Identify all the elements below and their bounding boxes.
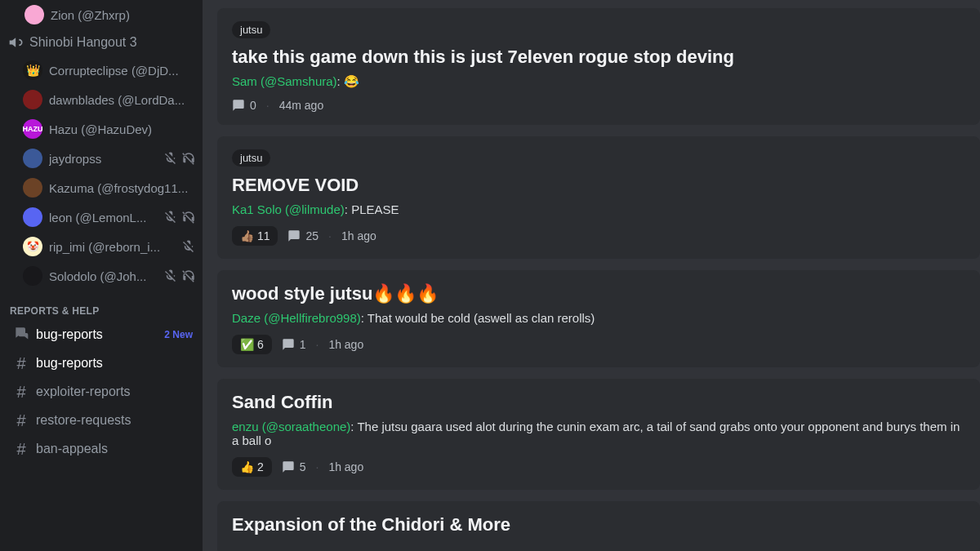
channel-name: exploiter-reports — [36, 384, 131, 399]
voice-member-list: 👑Corrupteclipse (@DjD...dawnblades (@Lor… — [0, 56, 203, 291]
voice-member[interactable]: Solodolo (@Joh... — [16, 261, 203, 291]
category-header[interactable]: REPORTS & HELP — [0, 291, 203, 320]
avatar — [24, 5, 44, 24]
voice-member-top[interactable]: Zion (@Zhxrp) — [0, 0, 203, 29]
voice-member[interactable]: jaydropss — [16, 144, 203, 173]
reaction[interactable]: ✅ 6 — [232, 335, 272, 354]
channel-name: restore-requests — [36, 413, 131, 428]
separator: · — [315, 338, 318, 351]
avatar — [23, 178, 42, 198]
avatar — [23, 149, 42, 168]
post-tag: jutsu — [232, 21, 270, 38]
mute-status-icons — [163, 210, 196, 224]
voice-member[interactable]: dawnblades (@LordDa... — [16, 85, 203, 114]
main-content: jutsutake this game down this is just 7e… — [203, 0, 980, 551]
post-title: Sand Coffin — [232, 392, 965, 413]
separator: · — [266, 99, 270, 112]
speaker-icon — [8, 34, 24, 51]
post-author: Ka1 Solo (@lilmude) — [232, 202, 345, 216]
member-label: Hazu (@HazuDev) — [49, 122, 196, 136]
channel-name: ban-appeals — [36, 442, 108, 456]
post-author: Sam (@Samshura) — [232, 74, 337, 88]
voice-member[interactable]: Kazuma (@frostydog11... — [16, 173, 203, 202]
reply-count[interactable]: 0 — [232, 99, 256, 112]
reply-count[interactable]: 25 — [287, 229, 318, 242]
forum-icon — [13, 325, 29, 344]
channel-restore-requests[interactable]: #restore-requests — [3, 407, 199, 434]
voice-member[interactable]: 👑Corrupteclipse (@DjD... — [16, 56, 203, 85]
member-label: rip_imi (@reborn_i... — [49, 240, 175, 254]
post-title: take this game down this is just 7eleven… — [232, 47, 965, 68]
channel-list: bug-reports2 New#bug-reports#exploiter-r… — [0, 320, 203, 464]
avatar: 👑 — [23, 60, 42, 80]
separator: · — [328, 229, 332, 242]
reaction[interactable]: 👍 2 — [232, 457, 272, 477]
channel-badge: 2 New — [164, 329, 193, 340]
channel-exploiter-reports[interactable]: #exploiter-reports — [3, 378, 199, 406]
member-label: dawnblades (@LordDa... — [49, 93, 196, 107]
member-label: Corrupteclipse (@DjD... — [49, 64, 196, 78]
reaction[interactable]: 👍🏽 11 — [232, 226, 278, 246]
channel-bug-reports[interactable]: #bug-reports — [3, 349, 199, 377]
hash-icon: # — [13, 383, 29, 402]
sidebar: Zion (@Zhxrp) Shinobi Hangout 3 👑Corrupt… — [0, 0, 203, 551]
voice-member[interactable]: HAZUHazu (@HazuDev) — [16, 114, 203, 144]
post-footer: 👍 2 5·1h ago — [232, 457, 965, 477]
avatar — [23, 207, 42, 227]
member-label: Kazuma (@frostydog11... — [49, 181, 196, 195]
post-footer: 👍🏽 11 25·1h ago — [232, 226, 965, 246]
post-author: Daze (@Hellfirebro998) — [232, 311, 361, 325]
post-body: Ka1 Solo (@lilmude): PLEASE — [232, 202, 965, 216]
avatar: HAZU — [23, 119, 42, 139]
post-title: wood style jutsu🔥🔥🔥 — [232, 283, 965, 304]
forum-post[interactable]: jutsutake this game down this is just 7e… — [217, 8, 980, 125]
post-text: : That would be cold (aswell as clan rer… — [361, 311, 595, 325]
mute-status-icons — [163, 151, 196, 166]
post-title: Expansion of the Chidori & More — [232, 514, 965, 535]
post-author: enzu (@soraatheone) — [232, 420, 350, 433]
reply-count[interactable]: 1 — [282, 338, 306, 351]
separator: · — [315, 460, 318, 473]
avatar: 🤡 — [23, 237, 42, 256]
avatar — [23, 90, 42, 109]
member-label: Zion (@Zhxrp) — [51, 8, 196, 22]
channel-name: bug-reports — [36, 327, 103, 342]
post-body: enzu (@soraatheone): The jutsu gaara use… — [232, 420, 965, 447]
member-label: leon (@LemonL... — [49, 211, 157, 224]
post-time: 44m ago — [279, 99, 323, 112]
avatar — [23, 266, 42, 286]
hash-icon: # — [13, 354, 29, 373]
member-label: jaydropss — [49, 152, 157, 166]
forum-posts: jutsutake this game down this is just 7e… — [217, 8, 980, 551]
voice-channel-header[interactable]: Shinobi Hangout 3 — [0, 29, 203, 56]
post-tag: jutsu — [232, 149, 270, 167]
channel-bug-reports[interactable]: bug-reports2 New — [3, 321, 199, 349]
member-label: Solodolo (@Joh... — [49, 269, 157, 283]
hash-icon: # — [13, 440, 29, 459]
channel-ban-appeals[interactable]: #ban-appeals — [3, 435, 199, 463]
post-footer: ✅ 6 1·1h ago — [232, 335, 965, 354]
voice-member[interactable]: 🤡rip_imi (@reborn_i... — [16, 232, 203, 261]
forum-post[interactable]: wood style jutsu🔥🔥🔥Daze (@Hellfirebro998… — [217, 270, 980, 367]
forum-post[interactable]: Expansion of the Chidori & More — [217, 501, 980, 551]
mute-status-icons — [181, 239, 196, 254]
voice-member[interactable]: leon (@LemonL... — [16, 202, 203, 232]
post-title: REMOVE VOID — [232, 175, 965, 196]
post-text: : 😂 — [337, 74, 359, 88]
forum-post[interactable]: Sand Coffinenzu (@soraatheone): The juts… — [217, 379, 980, 490]
channel-name: bug-reports — [36, 356, 103, 371]
voice-channel-name: Shinobi Hangout 3 — [29, 35, 137, 50]
forum-post[interactable]: jutsuREMOVE VOIDKa1 Solo (@lilmude): PLE… — [217, 136, 980, 259]
post-time: 1h ago — [341, 229, 376, 242]
post-time: 1h ago — [328, 338, 363, 351]
post-body: Daze (@Hellfirebro998): That would be co… — [232, 311, 965, 325]
post-body: Sam (@Samshura): 😂 — [232, 74, 965, 89]
reply-count[interactable]: 5 — [282, 460, 306, 473]
post-text: : PLEASE — [345, 202, 399, 216]
post-time: 1h ago — [328, 460, 363, 473]
mute-status-icons — [163, 269, 196, 283]
post-footer: 0·44m ago — [232, 99, 965, 112]
hash-icon: # — [13, 411, 29, 430]
